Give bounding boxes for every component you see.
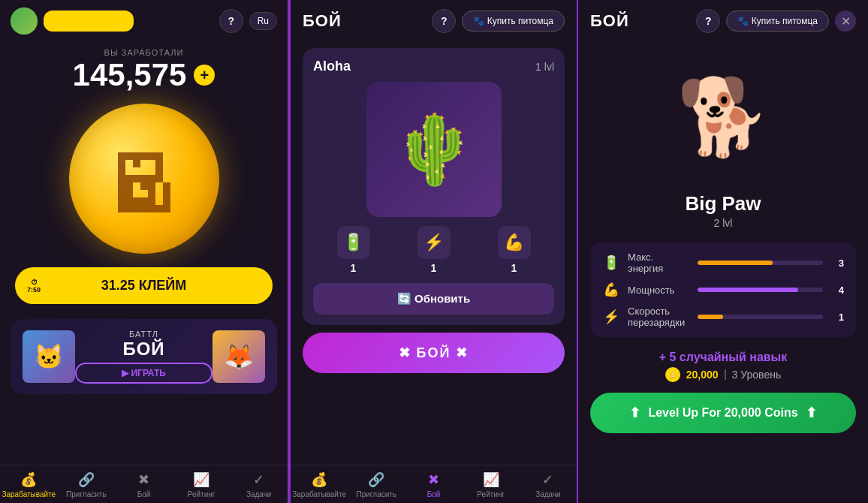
claim-timer: ⏱ 7:59 bbox=[27, 279, 41, 294]
pet-image: 🌵 bbox=[366, 82, 502, 217]
big-paw-stats: 🔋 Макс. энергия 3 💪 Мощность 4 ⚡ Скорост… bbox=[590, 242, 856, 337]
claim-button[interactable]: ⏱ 7:59 31.25 КЛЕЙМ bbox=[15, 267, 273, 304]
svg-rect-14 bbox=[140, 197, 148, 205]
energy-icon-box: 🔋 bbox=[337, 226, 370, 259]
cost-divider bbox=[725, 369, 726, 380]
nav2-rating[interactable]: 📈 Рейтинг bbox=[463, 471, 520, 498]
panel-pet-detail: БОЙ ? 🐾 Купить питомца ✕ 🐕 Big Paw 2 lvl… bbox=[578, 0, 868, 503]
nav2-tasks-icon: ✓ bbox=[542, 471, 553, 488]
coin-inner bbox=[92, 126, 197, 231]
svg-rect-0 bbox=[140, 152, 148, 160]
max-energy-bar bbox=[698, 261, 773, 265]
svg-rect-2 bbox=[155, 152, 163, 160]
nav-earn[interactable]: 💰 Зарабатывайте bbox=[0, 471, 58, 498]
battle-header: БОЙ ? 🐾 Купить питомца bbox=[291, 0, 577, 42]
nav-battle[interactable]: ✖ Бой bbox=[115, 471, 173, 498]
avatar bbox=[11, 8, 38, 35]
pet-level: 1 lvl bbox=[535, 61, 554, 73]
battle-sub-label: БАТТЛ bbox=[75, 330, 212, 339]
nav2-earn-label: Зарабатывайте bbox=[292, 490, 346, 498]
pet-detail-help-button[interactable]: ? bbox=[696, 9, 720, 33]
nav-rating[interactable]: 📈 Рейтинг bbox=[173, 471, 231, 498]
stat-row-energy: 🔋 Макс. энергия 3 bbox=[602, 252, 844, 274]
power-bar bbox=[698, 288, 797, 292]
battle-page-title: БОЙ bbox=[303, 11, 342, 31]
big-paw-level: 2 lvl bbox=[714, 217, 733, 229]
play-button[interactable]: ▶ ИГРАТЬ bbox=[75, 363, 212, 384]
pet-card-header: Aloha 1 lvl bbox=[313, 59, 554, 74]
nav2-invite-icon: 🔗 bbox=[368, 471, 384, 488]
help-button[interactable]: ? bbox=[219, 9, 243, 33]
level-up-arrow-left: ⬆ bbox=[629, 405, 640, 421]
invite-label: Пригласить bbox=[66, 490, 107, 498]
battle-icon: ✖ bbox=[138, 471, 149, 488]
nav2-tasks[interactable]: ✓ Задачи bbox=[520, 471, 577, 498]
svg-rect-35 bbox=[118, 205, 125, 212]
svg-rect-5 bbox=[155, 175, 163, 182]
bonus-cost: 🪙 20,000 3 Уровень bbox=[578, 367, 868, 382]
bottom-nav-panel2: 💰 Зарабатывайте 🔗 Пригласить ✖ Бой 📈 Рей… bbox=[291, 465, 577, 503]
start-battle-button[interactable]: ✖ БОЙ ✖ bbox=[303, 333, 565, 373]
topbar-panel1: ? Ru bbox=[0, 0, 288, 42]
svg-rect-9 bbox=[125, 175, 133, 182]
pet-image-container: 🌵 bbox=[313, 82, 554, 217]
lang-button[interactable]: Ru bbox=[249, 12, 277, 30]
cost-value: 20,000 bbox=[686, 369, 719, 381]
nav2-earn-icon: 💰 bbox=[311, 471, 327, 488]
coin-spiral-icon bbox=[103, 137, 185, 220]
pet-detail-header: БОЙ ? 🐾 Купить питомца ✕ bbox=[578, 0, 868, 42]
timer-value: 7:59 bbox=[27, 286, 41, 294]
power-label: Мощность bbox=[628, 285, 690, 296]
tasks-icon: ✓ bbox=[253, 471, 264, 488]
close-panel-button[interactable]: ✕ bbox=[835, 11, 856, 32]
buy-pet-button[interactable]: 🐾 Купить питомца bbox=[462, 11, 565, 32]
level-up-text: Level Up For 20,000 Coins bbox=[648, 406, 797, 420]
nav2-rating-label: Рейтинг bbox=[477, 490, 505, 498]
pet-stats: 🔋 1 ⚡ 1 💪 1 bbox=[313, 226, 554, 274]
claim-text: 31.25 КЛЕЙМ bbox=[101, 278, 187, 294]
main-coin[interactable] bbox=[69, 104, 219, 254]
coin-container[interactable] bbox=[0, 98, 288, 260]
bonus-section: + 5 случайный навык 🪙 20,000 3 Уровень bbox=[578, 343, 868, 387]
max-energy-value: 3 bbox=[830, 258, 844, 269]
stat-row-speed: ⚡ Скорость перезарядки 1 bbox=[602, 306, 844, 328]
svg-rect-36 bbox=[118, 197, 125, 205]
nav2-invite[interactable]: 🔗 Пригласить bbox=[348, 471, 405, 498]
nav2-battle-icon: ✖ bbox=[428, 471, 439, 488]
battle-center: БАТТЛ БОЙ ▶ ИГРАТЬ bbox=[75, 330, 212, 384]
svg-rect-37 bbox=[118, 190, 125, 197]
pet-detail-display: 🐕 Big Paw 2 lvl bbox=[578, 42, 868, 236]
svg-rect-24 bbox=[118, 167, 125, 175]
nav-tasks[interactable]: ✓ Задачи bbox=[230, 471, 288, 498]
pet-detail-header-right: ? 🐾 Купить питомца ✕ bbox=[696, 9, 856, 33]
speed-value: 1 bbox=[431, 262, 437, 274]
stat-power: 💪 1 bbox=[498, 226, 531, 274]
big-paw-name: Big Paw bbox=[685, 192, 761, 215]
panel-battle: БОЙ ? 🐾 Купить питомца Aloha 1 lvl 🌵 🔋 1… bbox=[289, 0, 578, 503]
username-bar bbox=[44, 11, 134, 32]
nav-invite[interactable]: 🔗 Пригласить bbox=[58, 471, 116, 498]
earned-section: ВЫ ЗАРАБОТАЛИ 145,575 + bbox=[0, 42, 288, 98]
nav2-earn[interactable]: 💰 Зарабатывайте bbox=[291, 471, 348, 498]
svg-rect-33 bbox=[133, 205, 140, 212]
nav2-tasks-label: Задачи bbox=[535, 490, 561, 498]
nav2-battle-label: Бой bbox=[427, 490, 441, 498]
speed-icon: ⚡ bbox=[602, 309, 620, 325]
add-coins-button[interactable]: + bbox=[194, 65, 215, 86]
svg-rect-21 bbox=[125, 152, 133, 160]
claim-section: ⏱ 7:59 31.25 КЛЕЙМ bbox=[0, 260, 288, 312]
svg-rect-22 bbox=[118, 152, 125, 160]
update-pet-button[interactable]: 🔄 Обновить bbox=[313, 283, 554, 315]
svg-rect-8 bbox=[133, 175, 140, 182]
bottom-nav-panel1: 💰 Зарабатывайте 🔗 Пригласить ✖ Бой 📈 Рей… bbox=[0, 465, 288, 503]
svg-rect-15 bbox=[148, 197, 155, 205]
battle-banner[interactable]: 🐱 БАТТЛ БОЙ ▶ ИГРАТЬ 🦊 bbox=[11, 319, 277, 394]
level-up-button[interactable]: ⬆ Level Up For 20,000 Coins ⬆ bbox=[590, 393, 856, 433]
cost-level: 3 Уровень bbox=[732, 369, 782, 381]
cost-coin-icon: 🪙 bbox=[665, 367, 680, 382]
svg-rect-12 bbox=[125, 197, 133, 205]
nav2-battle[interactable]: ✖ Бой bbox=[405, 471, 462, 498]
battle-help-button[interactable]: ? bbox=[432, 9, 456, 33]
svg-rect-26 bbox=[163, 182, 170, 190]
pet-detail-buy-button[interactable]: 🐾 Купить питомца bbox=[726, 11, 829, 32]
